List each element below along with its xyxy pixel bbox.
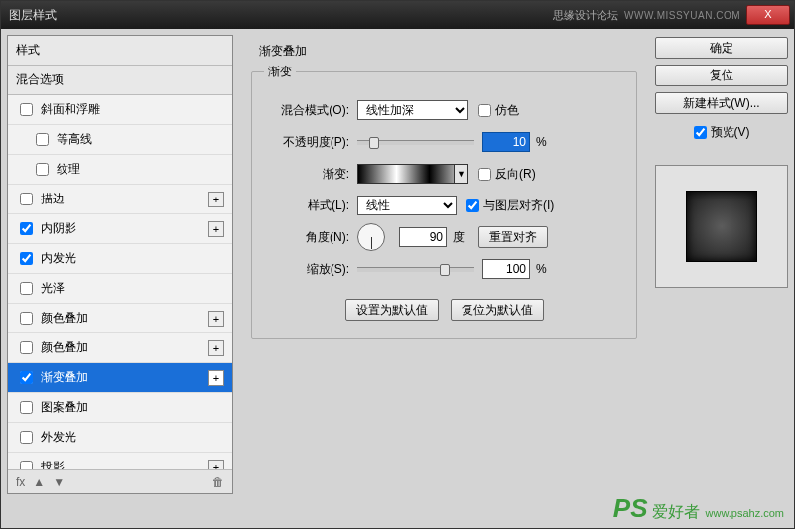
opacity-thumb[interactable] — [369, 137, 379, 149]
effect-row-9[interactable]: 渐变叠加+ — [8, 363, 232, 393]
effect-row-8[interactable]: 颜色叠加+ — [8, 333, 232, 363]
scale-thumb[interactable] — [440, 264, 450, 276]
styles-header[interactable]: 样式 — [8, 36, 232, 66]
blend-mode-select[interactable]: 线性加深 — [357, 100, 468, 120]
gradient-fieldset: 渐变 混合模式(O): 线性加深 仿色 不透明度(P): % 渐变: ▼ 反向(… — [251, 64, 637, 339]
section-title: 渐变叠加 — [259, 43, 637, 60]
gradient-swatch[interactable] — [358, 165, 454, 183]
titlebar: 图层样式 思缘设计论坛 WWW.MISSYUAN.COM X — [1, 1, 794, 29]
watermark-dom: www.psahz.com — [706, 507, 784, 519]
effect-label: 纹理 — [57, 161, 224, 178]
gradient-preview[interactable]: ▼ — [357, 164, 468, 184]
cancel-button[interactable]: 复位 — [655, 65, 788, 86]
dialog-body: 样式 混合选项 斜面和浮雕等高线纹理描边+内阴影+内发光光泽颜色叠加+颜色叠加+… — [1, 29, 794, 500]
ok-button[interactable]: 确定 — [655, 37, 788, 59]
scale-label: 缩放(S): — [264, 261, 357, 278]
preview-label: 预览(V) — [711, 124, 750, 141]
align-label: 与图层对齐(I) — [483, 198, 554, 214]
move-down-icon[interactable]: ▼ — [53, 475, 65, 489]
effect-checkbox[interactable] — [20, 103, 33, 116]
effect-label: 渐变叠加 — [41, 369, 208, 386]
effect-checkbox[interactable] — [20, 252, 33, 265]
angle-input[interactable] — [399, 227, 447, 247]
angle-dial[interactable] — [357, 223, 385, 251]
settings-panel: 渐变叠加 渐变 混合模式(O): 线性加深 仿色 不透明度(P): % 渐变: … — [239, 35, 649, 494]
effect-label: 内发光 — [41, 250, 224, 267]
effect-label: 图案叠加 — [41, 399, 224, 416]
effect-checkbox[interactable] — [36, 133, 49, 146]
scale-input[interactable] — [482, 259, 530, 279]
forum-url: WWW.MISSYUAN.COM — [624, 10, 740, 21]
effect-label: 颜色叠加 — [41, 339, 208, 356]
effect-checkbox[interactable] — [20, 341, 33, 354]
effect-checkbox[interactable] — [20, 431, 33, 444]
effect-row-4[interactable]: 内阴影+ — [8, 214, 232, 244]
style-select[interactable]: 线性 — [357, 196, 457, 215]
effect-label: 内阴影 — [41, 220, 208, 237]
window-title: 图层样式 — [9, 7, 553, 24]
effect-row-6[interactable]: 光泽 — [8, 274, 232, 304]
effect-checkbox[interactable] — [20, 401, 33, 414]
opacity-slider[interactable] — [357, 140, 474, 145]
effects-footer: fx ▲ ▼ 🗑 — [8, 469, 232, 493]
scale-slider[interactable] — [357, 267, 474, 272]
add-effect-icon[interactable]: + — [208, 221, 224, 237]
effect-row-3[interactable]: 描边+ — [8, 185, 232, 214]
watermark: PS 爱好者 www.psahz.com — [613, 493, 784, 524]
effect-row-1[interactable]: 等高线 — [8, 125, 232, 155]
effect-label: 斜面和浮雕 — [41, 101, 224, 118]
effect-label: 等高线 — [57, 131, 224, 148]
gradient-label: 渐变: — [264, 166, 357, 183]
angle-deg: 度 — [453, 229, 465, 246]
effect-row-10[interactable]: 图案叠加 — [8, 393, 232, 423]
effect-label: 投影 — [41, 459, 208, 469]
effect-label: 描边 — [41, 191, 208, 207]
fieldset-legend: 渐变 — [264, 64, 296, 80]
dither-checkbox[interactable] — [478, 104, 491, 117]
effect-row-12[interactable]: 投影+ — [8, 453, 232, 469]
add-effect-icon[interactable]: + — [208, 370, 224, 386]
new-style-button[interactable]: 新建样式(W)... — [655, 92, 788, 114]
blend-options[interactable]: 混合选项 — [8, 66, 232, 95]
effect-row-0[interactable]: 斜面和浮雕 — [8, 95, 232, 125]
opacity-input[interactable] — [482, 132, 530, 152]
watermark-cn: 爱好者 — [652, 502, 700, 523]
reset-default-button[interactable]: 复位为默认值 — [451, 299, 544, 321]
effect-row-2[interactable]: 纹理 — [8, 155, 232, 185]
watermark-ps: PS — [613, 493, 648, 524]
effect-label: 外发光 — [41, 429, 224, 446]
preview-swatch — [686, 191, 757, 262]
style-label: 样式(L): — [264, 198, 357, 214]
blend-mode-label: 混合模式(O): — [264, 102, 357, 119]
reverse-label: 反向(R) — [495, 166, 536, 183]
move-up-icon[interactable]: ▲ — [33, 475, 45, 489]
angle-label: 角度(N): — [264, 229, 357, 246]
fx-icon[interactable]: fx — [16, 475, 25, 489]
effect-row-7[interactable]: 颜色叠加+ — [8, 304, 232, 333]
effect-checkbox[interactable] — [20, 461, 33, 469]
add-effect-icon[interactable]: + — [208, 340, 224, 356]
preview-checkbox[interactable] — [694, 124, 707, 141]
effect-checkbox[interactable] — [20, 193, 33, 205]
trash-icon[interactable]: 🗑 — [212, 475, 224, 489]
gradient-dropdown-icon[interactable]: ▼ — [454, 165, 467, 183]
effect-checkbox[interactable] — [20, 222, 33, 235]
add-effect-icon[interactable]: + — [208, 192, 224, 207]
dither-label: 仿色 — [495, 102, 519, 119]
effect-checkbox[interactable] — [36, 163, 49, 176]
effect-checkbox[interactable] — [20, 282, 33, 295]
opacity-pct: % — [536, 135, 547, 149]
close-button[interactable]: X — [746, 5, 790, 25]
set-default-button[interactable]: 设置为默认值 — [345, 299, 439, 321]
reverse-checkbox[interactable] — [478, 168, 491, 181]
layer-style-dialog: 图层样式 思缘设计论坛 WWW.MISSYUAN.COM X 样式 混合选项 斜… — [0, 0, 795, 529]
reset-align-button[interactable]: 重置对齐 — [478, 226, 548, 248]
effect-row-11[interactable]: 外发光 — [8, 423, 232, 453]
add-effect-icon[interactable]: + — [208, 460, 224, 470]
effect-row-5[interactable]: 内发光 — [8, 244, 232, 274]
align-checkbox[interactable] — [466, 200, 479, 212]
effect-checkbox[interactable] — [20, 312, 33, 325]
add-effect-icon[interactable]: + — [208, 311, 224, 327]
effect-checkbox[interactable] — [20, 371, 33, 384]
forum-name: 思缘设计论坛 — [553, 8, 618, 23]
